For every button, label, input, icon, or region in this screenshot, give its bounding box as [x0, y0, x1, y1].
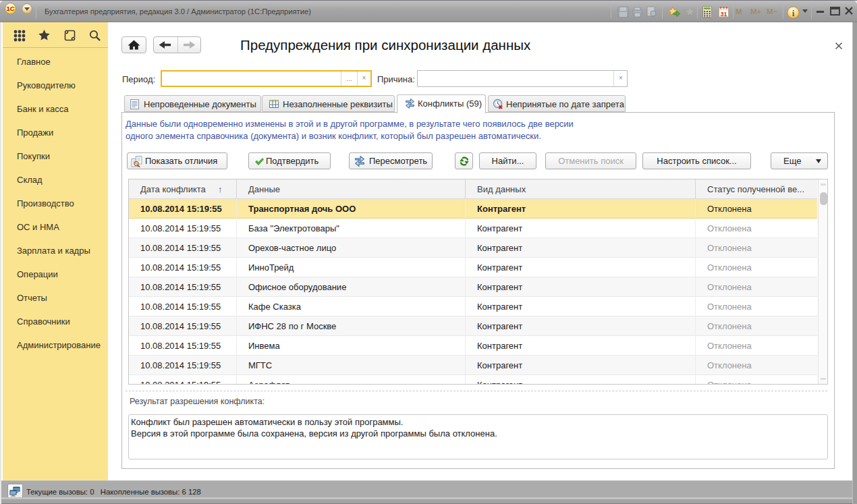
svg-text:i: i: [792, 8, 795, 18]
svg-text:31: 31: [720, 11, 727, 18]
